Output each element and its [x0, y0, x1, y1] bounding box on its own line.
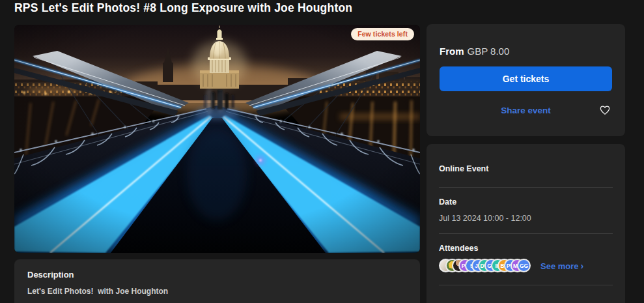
- see-more-link[interactable]: See more›: [540, 261, 583, 271]
- chevron-right-icon: ›: [581, 261, 584, 271]
- divider: [439, 187, 613, 188]
- description-heading: Description: [27, 270, 407, 280]
- price-line: FromGBP 8.00: [440, 46, 612, 57]
- ticket-card: FromGBP 8.00 Get tickets Share event: [427, 24, 625, 136]
- description-card: Description Let's Edit Photos! with Joe …: [14, 259, 420, 303]
- price-value: GBP 8.00: [468, 46, 510, 57]
- divider: [439, 285, 613, 285]
- date-value: Jul 13 2024 10:00 - 12:00: [439, 214, 613, 223]
- few-tickets-badge: Few tickets left: [351, 28, 414, 40]
- event-page: RPS Let's Edit Photos! #8 Long Exposure …: [0, 0, 644, 303]
- share-event-link[interactable]: Share event: [501, 106, 551, 115]
- share-row: Share event: [440, 104, 612, 117]
- get-tickets-button[interactable]: Get tickets: [440, 66, 612, 91]
- online-event-label: Online Event: [439, 144, 613, 173]
- page-title: RPS Let's Edit Photos! #8 Long Exposure …: [14, 1, 352, 15]
- event-hero-image: Few tickets left: [14, 25, 420, 253]
- attendees-row: PHSJBDWGRIHBRPWMRGG See more›: [439, 259, 613, 272]
- avatar-initials: GG: [520, 263, 528, 269]
- divider: [439, 233, 613, 234]
- avatar-gg[interactable]: GG: [517, 259, 531, 272]
- price-from-label: From: [440, 46, 464, 57]
- description-body: Let's Edit Photos! with Joe Houghton: [27, 287, 407, 296]
- attendees-label: Attendees: [439, 244, 613, 253]
- date-label: Date: [439, 197, 613, 207]
- attendee-avatars: PHSJBDWGRIHBRPWMRGG: [439, 259, 531, 272]
- event-details-card: Online Event Date Jul 13 2024 10:00 - 12…: [427, 144, 625, 303]
- bridge-photo-illustration: [14, 25, 420, 253]
- heart-icon[interactable]: [599, 104, 611, 116]
